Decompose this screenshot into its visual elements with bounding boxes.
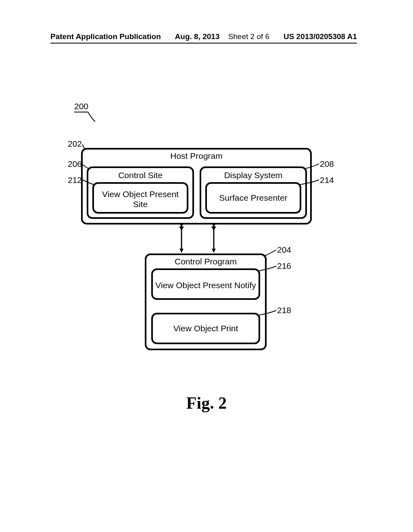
ref-208: 208 [320, 159, 334, 169]
surface-presenter-label: Surface Presenter [219, 193, 287, 203]
page-header: Patent Application Publication Aug. 8, 2… [50, 32, 357, 41]
view-object-print-box: View Object Print [151, 313, 260, 344]
ref-212: 212 [68, 175, 82, 185]
page: Patent Application Publication Aug. 8, 2… [0, 0, 413, 532]
ref-216: 216 [277, 261, 291, 271]
view-object-present-notify-label: View Object Present Notify [155, 278, 256, 290]
sheet-number: Sheet 2 of 6 [228, 32, 269, 41]
control-site-label: Control Site [88, 170, 192, 180]
display-system-label: Display System [201, 170, 305, 180]
view-object-present-notify-box: View Object Present Notify [151, 268, 260, 300]
ref-214: 214 [320, 175, 334, 185]
view-object-print-label: View Object Print [173, 323, 238, 333]
figure-caption: Fig. 2 [0, 393, 413, 413]
ref-204: 204 [277, 245, 291, 255]
header-rule [50, 43, 357, 44]
publication-date: Aug. 8, 2013 [175, 32, 220, 41]
surface-presenter-box: Surface Presenter [205, 182, 301, 214]
publication-label: Patent Application Publication [50, 32, 161, 41]
ref-206: 206 [68, 159, 82, 169]
host-program-label: Host Program [83, 151, 310, 161]
ref-202: 202 [68, 139, 82, 149]
control-program-label: Control Program [146, 257, 265, 266]
ref-200: 200 [74, 102, 88, 112]
publication-number: US 2013/0205308 A1 [284, 32, 357, 41]
ref-218: 218 [277, 305, 291, 315]
view-object-present-site-box: View Object Present Site [92, 182, 188, 214]
view-object-present-site-label: View Object Present Site [94, 187, 187, 209]
